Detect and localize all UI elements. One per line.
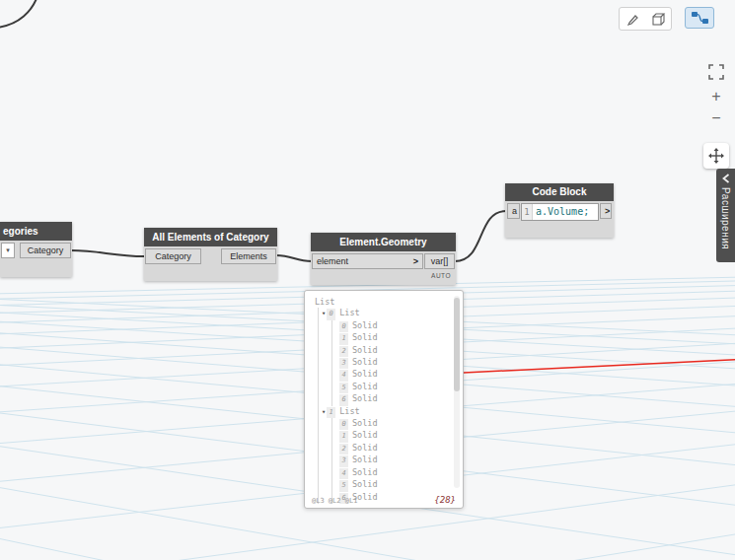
input-port-a[interactable]: a — [507, 203, 520, 219]
geometry-select-button[interactable] — [622, 9, 643, 29]
view-toolbar — [619, 7, 672, 31]
pan-button[interactable] — [703, 143, 729, 169]
preview-item: 3Solid — [339, 357, 447, 369]
port-chevron-icon: > — [413, 254, 418, 268]
node-categories[interactable]: egories ▾ Category — [0, 222, 72, 277]
preview-root-label: List — [315, 297, 447, 308]
collapse-triangle-icon[interactable]: ▾ — [322, 408, 326, 416]
geometry-view-button[interactable] — [647, 9, 669, 29]
preview-item: 5Solid — [339, 479, 447, 491]
item-index: 2 — [339, 444, 348, 455]
item-value: Solid — [352, 332, 378, 342]
item-index: 3 — [339, 455, 348, 466]
collapse-left-icon — [720, 173, 732, 184]
wires — [0, 0, 506, 261]
pan-arrows-icon — [708, 148, 724, 164]
canvas[interactable]: egories ▾ Category All Elements of Categ… — [0, 0, 735, 560]
node-codeblock-title[interactable]: Code Block — [505, 183, 614, 201]
item-index: 1 — [339, 431, 348, 442]
node-geometry-title[interactable]: Element.Geometry — [311, 233, 456, 251]
item-index: 6 — [339, 394, 348, 405]
code-text[interactable]: a.Volume; — [533, 204, 592, 220]
output-port-codeblock[interactable]: > — [600, 203, 612, 219]
preview-item: 0Solid — [339, 418, 447, 430]
item-index: 5 — [339, 480, 348, 491]
wire-categories-to-allelements[interactable] — [71, 250, 145, 256]
item-value: Solid — [352, 320, 378, 330]
output-port-var[interactable]: var[] — [424, 253, 455, 269]
preview-group: ▾1List0Solid1Solid2Solid3Solid4Solid5Sol… — [322, 406, 447, 504]
item-value: Solid — [352, 430, 378, 440]
preview-group: ▾0List0Solid1Solid2Solid3Solid4Solid5Sol… — [322, 308, 447, 405]
node-element-geometry[interactable]: Element.Geometry element > var[] AUTO — [311, 233, 456, 285]
collapse-triangle-icon[interactable]: ▾ — [322, 310, 326, 317]
preview-tree: ▾0List0Solid1Solid2Solid3Solid4Solid5Sol… — [318, 308, 447, 504]
lacing-indicator[interactable]: AUTO — [431, 272, 451, 279]
input-port-category[interactable]: Category — [145, 248, 201, 264]
wire-offscreen[interactable] — [0, 0, 37, 28]
preview-item: 3Solid — [339, 455, 447, 466]
pen-geometry-icon — [625, 12, 640, 27]
fit-view-icon — [708, 64, 724, 80]
category-dropdown[interactable]: ▾ — [1, 243, 15, 258]
extensions-tab-label: Расширения — [720, 187, 731, 249]
list-index: 0 — [327, 309, 335, 319]
item-value: Solid — [352, 357, 378, 367]
node-allelements-title[interactable]: All Elements of Category — [144, 228, 277, 246]
item-value: Solid — [352, 443, 378, 453]
zoom-fit-button[interactable] — [707, 63, 725, 81]
item-value: Solid — [352, 455, 378, 464]
item-value: Solid — [352, 382, 378, 391]
item-value: Solid — [352, 467, 378, 477]
preview-item: 4Solid — [339, 467, 447, 479]
preview-item: 0Solid — [339, 320, 447, 332]
list-label: List — [339, 406, 359, 416]
item-index: 0 — [339, 321, 348, 332]
node-all-elements-of-category[interactable]: All Elements of Category Category Elemen… — [144, 228, 277, 281]
code-editor[interactable]: 1 a.Volume; — [521, 203, 599, 221]
graph-view-button[interactable] — [685, 7, 714, 29]
item-value: Solid — [352, 418, 378, 428]
node-geometry-body: element > var[] AUTO — [311, 251, 456, 285]
item-index: 3 — [339, 358, 348, 369]
preview-item: 1Solid — [339, 430, 447, 442]
item-index: 5 — [339, 383, 348, 393]
item-value: Solid — [352, 345, 378, 355]
output-port-elements[interactable]: Elements — [221, 248, 276, 264]
item-index: 4 — [339, 468, 348, 479]
item-index: 2 — [339, 346, 348, 357]
node-categories-title[interactable]: egories — [0, 222, 72, 241]
zoom-in-button[interactable]: + — [707, 88, 725, 105]
list-index: 1 — [327, 407, 335, 418]
cube-icon — [650, 11, 667, 27]
zoom-out-button[interactable]: − — [707, 109, 725, 127]
node-codeblock-body: a 1 a.Volume; > — [505, 201, 614, 238]
item-value: Solid — [352, 479, 378, 489]
item-index: 0 — [339, 419, 348, 430]
node-code-block[interactable]: Code Block a 1 a.Volume; > — [505, 183, 614, 238]
preview-bubble[interactable]: List ▾0List0Solid1Solid2Solid3Solid4Soli… — [304, 290, 464, 509]
chevron-down-icon: ▾ — [6, 246, 10, 253]
input-port-element[interactable]: element > — [312, 253, 423, 269]
item-index: 1 — [339, 333, 348, 344]
node-categories-body: ▾ Category — [0, 241, 72, 277]
wire-allelements-to-geometry[interactable] — [276, 255, 312, 261]
input-port-element-label: element — [317, 254, 348, 268]
preview-item: 4Solid — [339, 369, 447, 381]
preview-item: 5Solid — [339, 382, 447, 393]
output-port-category[interactable]: Category — [20, 243, 71, 258]
list-label: List — [339, 308, 359, 317]
preview-item: 1Solid — [339, 332, 447, 344]
preview-item: 2Solid — [339, 345, 447, 357]
preview-content: List ▾0List0Solid1Solid2Solid3Solid4Soli… — [305, 291, 463, 504]
preview-item: 2Solid — [339, 443, 447, 455]
item-count-badge: {28} — [434, 495, 456, 505]
item-value: Solid — [352, 393, 378, 403]
preview-item: 6Solid — [339, 393, 447, 405]
scrollbar-thumb[interactable] — [454, 298, 460, 391]
graph-nodes-icon — [691, 11, 709, 25]
preview-scrollbar[interactable] — [454, 296, 460, 488]
wire-geometry-to-codeblock[interactable] — [455, 211, 506, 261]
code-line-number: 1 — [522, 204, 533, 220]
extensions-tab[interactable]: Расширения — [716, 169, 735, 262]
